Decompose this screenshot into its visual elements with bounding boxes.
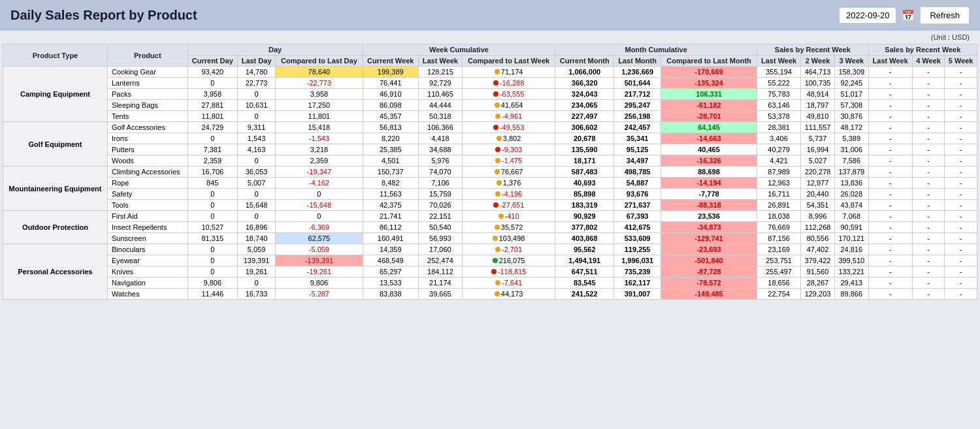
w2-cell: 54,351 xyxy=(801,200,835,211)
th-compared-last-month: Compared to Last Month xyxy=(661,56,757,67)
dot-icon xyxy=(495,158,500,163)
current-week-cell: 11,563 xyxy=(363,189,418,200)
table-row: Lanterns022,773-22,77376,44192,729-16,28… xyxy=(3,78,977,89)
last-month-cell: 1,996,031 xyxy=(614,255,661,266)
product-name-cell: Navigation xyxy=(108,278,188,289)
current-week-cell: 56,813 xyxy=(363,122,418,133)
th-compared-last-day: Compared to Last Day xyxy=(276,56,363,67)
lw2-cell: - xyxy=(868,144,912,155)
w3-cell: 90,591 xyxy=(834,222,868,233)
last-day-cell: 9,311 xyxy=(237,122,275,133)
table-row: Putters7,3814,1633,21825,38534,688-9,303… xyxy=(3,144,977,155)
lw-cell: 3,406 xyxy=(757,133,801,144)
lw-cell: 12,963 xyxy=(757,178,801,189)
last-day-cell: 15,648 xyxy=(237,200,275,211)
w4-cell: - xyxy=(912,189,945,200)
w4-cell: - xyxy=(912,266,945,278)
w4-cell: - xyxy=(912,167,945,178)
last-week-cell: 70,026 xyxy=(418,200,462,211)
w4-cell: - xyxy=(912,144,945,155)
compared-last-month-cell: -129,741 xyxy=(661,233,757,244)
w4-cell: - xyxy=(912,78,945,89)
current-day-cell: 2,359 xyxy=(188,155,237,167)
current-week-cell: 76,441 xyxy=(363,78,418,89)
calendar-icon[interactable]: 📅 xyxy=(902,9,915,22)
current-month-cell: 18,171 xyxy=(555,155,614,167)
refresh-button[interactable]: Refresh xyxy=(920,7,970,24)
dot-icon xyxy=(495,280,500,285)
last-day-cell: 5,059 xyxy=(237,244,275,255)
w3-cell: 92,245 xyxy=(834,78,868,89)
compared-last-month-cell: -7,778 xyxy=(661,189,757,200)
current-week-cell: 8,482 xyxy=(363,178,418,189)
current-week-cell: 8,220 xyxy=(363,133,418,144)
w4-cell: - xyxy=(912,289,945,300)
w3-cell: 31,006 xyxy=(834,144,868,155)
w4-cell: - xyxy=(912,133,945,144)
compared-last-week-cell: -410 xyxy=(462,211,555,222)
w2-cell: 129,203 xyxy=(801,289,835,300)
current-month-cell: 1,066,000 xyxy=(555,67,614,78)
table-row: Mountaineering EquipmentClimbing Accesso… xyxy=(3,167,977,178)
current-week-cell: 21,741 xyxy=(363,211,418,222)
current-month-cell: 90,929 xyxy=(555,211,614,222)
current-week-cell: 199,389 xyxy=(363,67,418,78)
last-week-cell: 44,444 xyxy=(418,100,462,111)
compared-last-week-cell: -1,475 xyxy=(462,155,555,167)
compared-last-month-cell: 88,698 xyxy=(661,167,757,178)
w3-cell: 51,017 xyxy=(834,89,868,100)
dot-icon xyxy=(493,202,498,208)
w5-cell: - xyxy=(945,155,977,167)
th-w5: 5 Week xyxy=(945,56,977,67)
last-week-cell: 7,106 xyxy=(418,178,462,189)
current-month-cell: 227,497 xyxy=(555,111,614,122)
current-week-cell: 86,098 xyxy=(363,100,418,111)
compared-last-week-cell: -16,288 xyxy=(462,78,555,89)
last-week-cell: 128,215 xyxy=(418,67,462,78)
lw-cell: 255,497 xyxy=(757,266,801,278)
current-day-cell: 7,381 xyxy=(188,144,237,155)
w3-cell: 7,068 xyxy=(834,211,868,222)
dot-icon xyxy=(495,291,500,296)
table-row: Personal AccessoriesBinoculars05,059-5,0… xyxy=(3,244,977,255)
last-day-cell: 22,773 xyxy=(237,78,275,89)
last-week-cell: 34,688 xyxy=(418,144,462,155)
th-week-cumulative-group: Week Cumulative xyxy=(363,44,555,56)
th-month-cumulative-group: Month Cumulative xyxy=(555,44,757,56)
w5-cell: - xyxy=(945,122,977,133)
current-day-cell: 10,527 xyxy=(188,222,237,233)
last-month-cell: 35,341 xyxy=(614,133,661,144)
table-row: Irons01,543-1,5438,2204,4183,80220,67835… xyxy=(3,133,977,144)
compared-last-day-cell: 62,575 xyxy=(276,233,363,244)
current-day-cell: 93,420 xyxy=(188,67,237,78)
current-month-cell: 234,065 xyxy=(555,100,614,111)
last-day-cell: 14,780 xyxy=(237,67,275,78)
last-day-cell: 16,896 xyxy=(237,222,275,233)
compared-last-day-cell: 9,806 xyxy=(276,278,363,289)
last-week-cell: 22,151 xyxy=(418,211,462,222)
current-month-cell: 366,320 xyxy=(555,78,614,89)
table-body: Camping EquipmentCooking Gear93,42014,78… xyxy=(3,67,977,300)
current-day-cell: 0 xyxy=(188,78,237,89)
compared-last-day-cell: -19,347 xyxy=(276,167,363,178)
current-month-cell: 306,602 xyxy=(555,122,614,133)
w5-cell: - xyxy=(945,244,977,255)
app-container: Daily Sales Report by Product 2022-09-20… xyxy=(0,0,980,429)
w3-cell: 89,866 xyxy=(834,289,868,300)
dot-icon xyxy=(495,169,500,174)
last-day-cell: 0 xyxy=(237,89,275,100)
lw2-cell: - xyxy=(868,167,912,178)
last-day-cell: 0 xyxy=(237,111,275,122)
unit-label: (Unit : USD) xyxy=(0,31,980,44)
w3-cell: 57,308 xyxy=(834,100,868,111)
last-month-cell: 501,644 xyxy=(614,78,661,89)
current-month-cell: 587,483 xyxy=(555,167,614,178)
last-month-cell: 498,785 xyxy=(614,167,661,178)
compared-last-week-cell: -27,651 xyxy=(462,200,555,211)
w5-cell: - xyxy=(945,200,977,211)
last-week-cell: 50,318 xyxy=(418,111,462,122)
w4-cell: - xyxy=(912,122,945,133)
lw-cell: 4,421 xyxy=(757,155,801,167)
compared-last-month-cell: 64,145 xyxy=(661,122,757,133)
last-month-cell: 1,236,669 xyxy=(614,67,661,78)
